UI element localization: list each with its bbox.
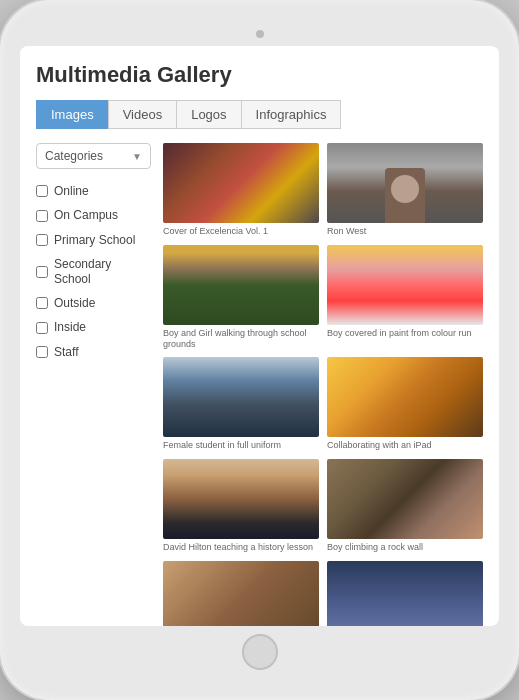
filter-primary-school-label: Primary School (54, 233, 135, 247)
filter-online-label: Online (54, 184, 89, 198)
gallery-caption-students-walking: Boy and Girl walking through school grou… (163, 328, 319, 350)
filter-staff-checkbox[interactable] (36, 346, 48, 358)
gallery-item-excelencia[interactable]: Cover of Excelencia Vol. 1 (163, 143, 319, 237)
tab-bar: Images Videos Logos Infographics (36, 100, 483, 129)
gallery-image-face-paint (327, 245, 483, 325)
gallery-image-ron-west (327, 143, 483, 223)
filter-inside[interactable]: Inside (36, 315, 151, 339)
gallery-image-excelencia (163, 143, 319, 223)
gallery-caption-excelencia: Cover of Excelencia Vol. 1 (163, 226, 319, 237)
filter-online-checkbox[interactable] (36, 185, 48, 197)
gallery-image-students-walking (163, 245, 319, 325)
tablet-camera (256, 30, 264, 38)
tab-logos[interactable]: Logos (176, 100, 240, 129)
filter-primary-school-checkbox[interactable] (36, 234, 48, 246)
gallery-image-partial2 (327, 561, 483, 626)
gallery-item-partial1[interactable] (163, 561, 319, 626)
filter-on-campus-label: On Campus (54, 208, 118, 222)
gallery-item-ipad[interactable]: Collaborating with an iPad (327, 357, 483, 451)
filter-outside-label: Outside (54, 296, 95, 310)
gallery-caption-uniform: Female student in full uniform (163, 440, 319, 451)
main-area: Categories ▼ Online On Campus Primary Sc… (36, 143, 483, 626)
gallery-row-2: Boy and Girl walking through school grou… (163, 245, 483, 350)
gallery-grid: Cover of Excelencia Vol. 1 Ron West Boy … (163, 143, 483, 626)
gallery-image-climbing (327, 459, 483, 539)
gallery-item-history[interactable]: David Hilton teaching a history lesson (163, 459, 319, 553)
gallery-item-climbing[interactable]: Boy climbing a rock wall (327, 459, 483, 553)
gallery-row-3: Female student in full uniform Collabora… (163, 357, 483, 451)
gallery-image-uniform (163, 357, 319, 437)
filter-outside-checkbox[interactable] (36, 297, 48, 309)
gallery-item-uniform[interactable]: Female student in full uniform (163, 357, 319, 451)
tablet-frame: Multimedia Gallery Images Videos Logos I… (0, 0, 519, 700)
filter-inside-label: Inside (54, 320, 86, 334)
gallery-caption-ron-west: Ron West (327, 226, 483, 237)
tab-infographics[interactable]: Infographics (241, 100, 342, 129)
tab-videos[interactable]: Videos (108, 100, 177, 129)
page-title: Multimedia Gallery (36, 62, 483, 88)
filter-outside[interactable]: Outside (36, 291, 151, 315)
filter-primary-school[interactable]: Primary School (36, 228, 151, 252)
gallery-item-face-paint[interactable]: Boy covered in paint from colour run (327, 245, 483, 350)
chevron-down-icon: ▼ (132, 151, 142, 162)
categories-dropdown[interactable]: Categories ▼ (36, 143, 151, 169)
gallery-caption-climbing: Boy climbing a rock wall (327, 542, 483, 553)
gallery-image-history (163, 459, 319, 539)
filter-inside-checkbox[interactable] (36, 322, 48, 334)
gallery-image-ipad (327, 357, 483, 437)
filter-on-campus-checkbox[interactable] (36, 210, 48, 222)
tab-images[interactable]: Images (36, 100, 108, 129)
categories-label: Categories (45, 149, 103, 163)
gallery-item-partial2[interactable] (327, 561, 483, 626)
gallery-caption-face-paint: Boy covered in paint from colour run (327, 328, 483, 339)
tablet-screen: Multimedia Gallery Images Videos Logos I… (20, 46, 499, 626)
screen-content: Multimedia Gallery Images Videos Logos I… (20, 46, 499, 626)
sidebar: Categories ▼ Online On Campus Primary Sc… (36, 143, 151, 626)
filter-secondary-school[interactable]: Secondary School (36, 252, 151, 291)
filter-on-campus[interactable]: On Campus (36, 203, 151, 227)
gallery-item-students-walking[interactable]: Boy and Girl walking through school grou… (163, 245, 319, 350)
filter-staff-label: Staff (54, 345, 78, 359)
gallery-row-5 (163, 561, 483, 626)
gallery-row-4: David Hilton teaching a history lesson B… (163, 459, 483, 553)
tablet-home-button[interactable] (242, 634, 278, 670)
filter-secondary-school-label: Secondary School (54, 257, 151, 286)
gallery-caption-ipad: Collaborating with an iPad (327, 440, 483, 451)
gallery-item-ron-west[interactable]: Ron West (327, 143, 483, 237)
filter-online[interactable]: Online (36, 179, 151, 203)
gallery-caption-history: David Hilton teaching a history lesson (163, 542, 319, 553)
filter-staff[interactable]: Staff (36, 340, 151, 364)
gallery-row-1: Cover of Excelencia Vol. 1 Ron West (163, 143, 483, 237)
filter-secondary-school-checkbox[interactable] (36, 266, 48, 278)
gallery-image-partial1 (163, 561, 319, 626)
